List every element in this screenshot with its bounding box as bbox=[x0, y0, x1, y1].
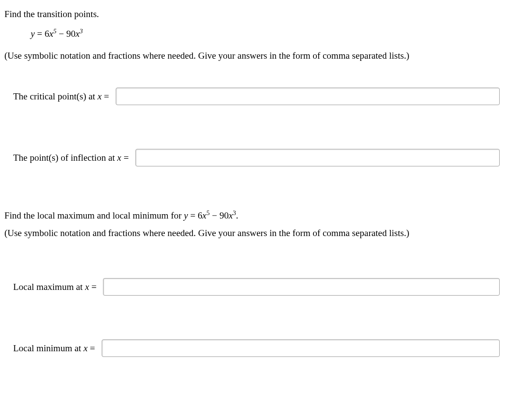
equation-var1: x bbox=[49, 28, 53, 39]
instruction-1: (Use symbolic notation and fractions whe… bbox=[4, 50, 522, 61]
local-min-row: Local minimum at x = bbox=[4, 339, 522, 357]
prompt2-var2: x bbox=[229, 210, 233, 221]
equation-var2: x bbox=[75, 28, 79, 39]
localmin-label-suffix: = bbox=[88, 343, 95, 353]
critical-points-input[interactable] bbox=[116, 88, 500, 105]
question-prompt-2: Find the local maximum and local minimum… bbox=[4, 210, 522, 221]
local-max-row: Local maximum at x = bbox=[4, 278, 522, 296]
local-min-label: Local minimum at x = bbox=[13, 343, 95, 354]
inflection-points-label: The point(s) of inflection at x = bbox=[13, 152, 129, 163]
local-min-input[interactable] bbox=[102, 339, 500, 357]
critical-points-label: The critical point(s) at x = bbox=[13, 91, 109, 102]
localmin-label-var: x bbox=[83, 343, 87, 353]
critical-label-var: x bbox=[97, 91, 101, 102]
equation-var-y: y bbox=[31, 28, 35, 39]
equation-coef2: 90 bbox=[66, 28, 75, 39]
critical-label-prefix: The critical point(s) at bbox=[13, 91, 97, 102]
prompt2-coef2: 90 bbox=[220, 210, 229, 221]
equation-equals: = bbox=[35, 28, 44, 39]
prompt2-suffix: . bbox=[236, 210, 238, 221]
localmin-label-prefix: Local minimum at bbox=[13, 343, 83, 353]
prompt2-var-y: y bbox=[184, 210, 188, 221]
prompt2-prefix: Find the local maximum and local minimum… bbox=[4, 210, 184, 221]
inflection-points-row: The point(s) of inflection at x = bbox=[4, 149, 522, 166]
question-prompt-1: Find the transition points. bbox=[4, 9, 522, 20]
equation-exp1: 5 bbox=[53, 28, 57, 35]
prompt2-var1: x bbox=[203, 210, 206, 221]
prompt2-minus: − bbox=[210, 210, 219, 221]
equation-exp2: 3 bbox=[80, 28, 83, 35]
equation-coef1: 6 bbox=[45, 28, 50, 39]
localmax-label-suffix: = bbox=[89, 282, 96, 292]
equation-display-1: y = 6x5 − 90x3 bbox=[31, 28, 522, 39]
equation-minus: − bbox=[57, 28, 66, 39]
critical-points-row: The critical point(s) at x = bbox=[4, 88, 522, 105]
localmax-label-prefix: Local maximum at bbox=[13, 282, 85, 292]
prompt2-eq: = bbox=[188, 210, 198, 221]
prompt2-coef1: 6 bbox=[198, 210, 203, 221]
local-max-label: Local maximum at x = bbox=[13, 282, 96, 293]
inflection-label-var: x bbox=[117, 152, 121, 163]
localmax-label-var: x bbox=[85, 282, 89, 292]
inflection-points-input[interactable] bbox=[135, 149, 500, 166]
local-max-input[interactable] bbox=[103, 278, 500, 296]
inflection-label-suffix: = bbox=[121, 152, 129, 163]
instruction-2: (Use symbolic notation and fractions whe… bbox=[4, 228, 522, 239]
inflection-label-prefix: The point(s) of inflection at bbox=[13, 152, 117, 163]
critical-label-suffix: = bbox=[102, 91, 109, 102]
